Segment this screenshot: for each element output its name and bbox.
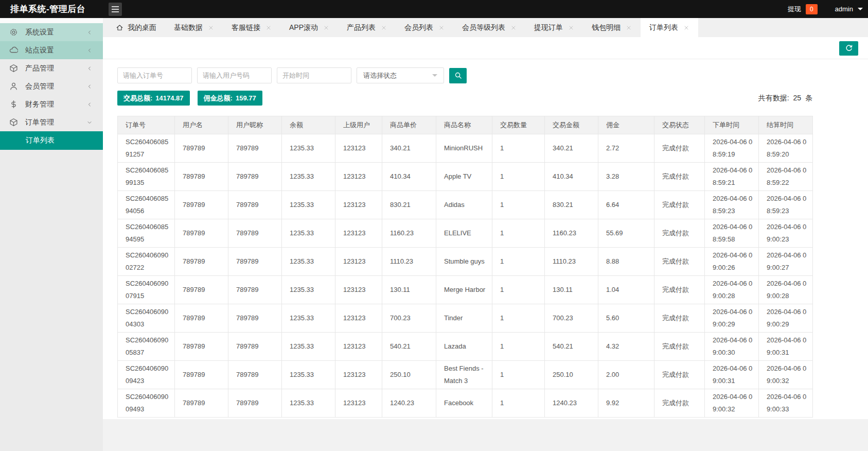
close-icon[interactable] (265, 25, 272, 31)
tab-label: 提现订单 (534, 23, 563, 32)
cell-quantity: 1 (492, 333, 545, 361)
close-icon[interactable] (381, 25, 387, 31)
cell-nickname: 789789 (228, 134, 282, 163)
tab-order-list[interactable]: 订单列表 (641, 18, 698, 37)
cell-order-no: SC26040609005837 (118, 333, 175, 361)
cloud-icon (9, 46, 18, 55)
user-no-input[interactable] (197, 67, 272, 83)
cell-product-name: Tinder (436, 304, 492, 333)
cell-nickname: 789789 (228, 361, 282, 389)
sidebar-item-label: 订单管理 (25, 118, 86, 127)
cell-username: 789789 (175, 248, 228, 276)
column-header-quantity: 交易数量 (492, 116, 545, 134)
order-no-input[interactable] (117, 67, 192, 83)
table-row: SC260406090027227897897897891235.3312312… (118, 248, 813, 276)
cell-unit-price: 1240.23 (382, 389, 436, 418)
cell-amount: 1240.23 (545, 389, 598, 418)
cell-username: 789789 (175, 276, 228, 304)
tab-product-list[interactable]: 产品列表 (338, 18, 396, 37)
user-menu[interactable]: admin (835, 5, 863, 13)
table-row: SC260406090094237897897897891235.3312312… (118, 361, 813, 389)
cell-quantity: 1 (492, 276, 545, 304)
cell-order-no: SC26040609009493 (118, 389, 175, 418)
cell-username: 789789 (175, 191, 228, 219)
cell-username: 789789 (175, 134, 228, 163)
sidebar-item-member-management[interactable]: 会员管理 (0, 77, 103, 95)
cell-username: 789789 (175, 389, 228, 418)
orders-table-wrap: 订单号用户名用户昵称余额上级用户商品单价商品名称交易数量交易金额佣金交易状态下单… (117, 116, 812, 418)
close-icon[interactable] (683, 25, 689, 31)
cell-order-time: 2026-04-06 09:00:29 (705, 304, 759, 333)
sidebar-item-product-management[interactable]: 产品管理 (0, 59, 103, 77)
tab-label: 会员列表 (404, 23, 433, 32)
sidebar-item-finance-management[interactable]: 财务管理 (0, 95, 103, 113)
select-caret-icon (432, 74, 437, 79)
tab-member-list[interactable]: 会员列表 (396, 18, 453, 37)
sidebar-top-gap (0, 18, 103, 23)
gear-icon (9, 28, 18, 37)
tab-service-link[interactable]: 客服链接 (223, 18, 280, 37)
cell-order-time: 2026-04-06 09:00:31 (705, 361, 759, 389)
cell-quantity: 1 (492, 304, 545, 333)
caret-down-icon (858, 8, 863, 13)
close-icon[interactable] (510, 25, 517, 31)
cell-settle-time: 2026-04-06 09:00:32 (759, 361, 813, 389)
chevron-left-icon (86, 47, 93, 54)
refresh-button[interactable] (839, 41, 858, 56)
cell-nickname: 789789 (228, 163, 282, 191)
close-icon[interactable] (568, 25, 574, 31)
cell-username: 789789 (175, 333, 228, 361)
tab-desktop[interactable]: 我的桌面 (107, 18, 165, 37)
cell-unit-price: 340.21 (382, 134, 436, 163)
close-icon[interactable] (208, 25, 214, 31)
tab-wallet-detail[interactable]: 钱包明细 (583, 18, 641, 37)
column-header-unit-price: 商品单价 (382, 116, 436, 134)
cell-order-no: SC26040609007915 (118, 276, 175, 304)
close-icon[interactable] (626, 25, 632, 31)
close-icon[interactable] (438, 25, 445, 31)
table-row: SC260406090094937897897897891235.3312312… (118, 389, 813, 418)
cell-order-no: SC26040608591257 (118, 134, 175, 163)
cell-unit-price: 540.21 (382, 333, 436, 361)
summary-bar: 交易总额: 14174.87 佣金总额: 159.77 共有数据: 25 条 (117, 91, 812, 106)
cell-order-time: 2026-04-06 09:00:28 (705, 276, 759, 304)
cell-unit-price: 830.21 (382, 191, 436, 219)
commission-total-value: 159.77 (236, 94, 256, 102)
close-icon[interactable] (323, 25, 329, 31)
tab-withdraw-orders[interactable]: 提现订单 (525, 18, 583, 37)
cell-commission: 3.28 (598, 163, 654, 191)
cell-balance: 1235.33 (282, 333, 335, 361)
cell-quantity: 1 (492, 248, 545, 276)
cell-nickname: 789789 (228, 276, 282, 304)
tab-member-level-list[interactable]: 会员等级列表 (453, 18, 525, 37)
tab-label: 产品列表 (347, 23, 376, 32)
search-button[interactable] (449, 68, 467, 83)
main-area: 我的桌面 基础数据 客服链接 APP滚动 产品列表 会员列表 会员等级列表 提现… (103, 18, 868, 451)
sidebar-item-system-settings[interactable]: 系统设置 (0, 23, 103, 41)
chevron-left-icon (86, 83, 93, 90)
tab-basic-data[interactable]: 基础数据 (165, 18, 223, 37)
tab-label: 会员等级列表 (462, 23, 505, 32)
user-icon (9, 82, 18, 91)
cell-settle-time: 2026-04-06 09:00:33 (759, 389, 813, 418)
cell-product-name: ELELIVE (436, 219, 492, 248)
menu-toggle-button[interactable] (109, 3, 122, 16)
cell-username: 789789 (175, 361, 228, 389)
cell-nickname: 789789 (228, 219, 282, 248)
start-time-input[interactable] (277, 67, 351, 83)
cell-product-name: Merge Harbor (436, 276, 492, 304)
cell-order-time: 2026-04-06 08:59:19 (705, 134, 759, 163)
dollar-icon (9, 100, 18, 109)
cell-order-time: 2026-04-06 08:59:21 (705, 163, 759, 191)
withdraw-link[interactable]: 提现 0 (788, 4, 818, 14)
sidebar-item-order-management[interactable]: 订单管理 (0, 113, 103, 131)
column-header-settle-time: 结算时间 (759, 116, 813, 134)
cell-parent-user: 123123 (335, 134, 382, 163)
status-select[interactable]: 请选择状态 (357, 67, 444, 83)
sidebar-item-order-list-active[interactable]: 订单列表 (0, 131, 103, 150)
cell-amount: 1110.23 (545, 248, 598, 276)
cell-username: 789789 (175, 304, 228, 333)
sidebar-item-site-settings[interactable]: 站点设置 (0, 41, 103, 59)
tab-app-scroll[interactable]: APP滚动 (280, 18, 338, 37)
cell-product-name: Best Fiends - Match 3 (436, 361, 492, 389)
